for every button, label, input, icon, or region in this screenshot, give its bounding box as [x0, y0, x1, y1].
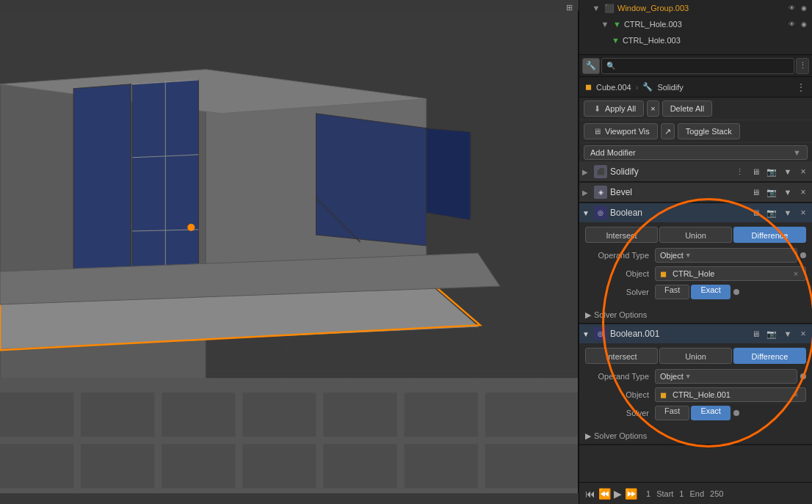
wrench-tool-btn[interactable]: 🔧 [582, 58, 600, 74]
add-modifier-row: Add Modifier ▼ [579, 143, 812, 162]
solidify-close-btn[interactable]: × [797, 166, 809, 178]
solidify-screen-icon[interactable]: 🖥 [749, 165, 762, 178]
start-frame-value[interactable]: 1 [679, 489, 684, 498]
solidify-filter-icon[interactable]: ⋮ [733, 165, 746, 178]
bool2-solver-row: Solver Fast Exact [585, 405, 806, 421]
breadcrumb-extra-btn[interactable]: ⋮ [796, 81, 806, 93]
bool2-intersect-btn[interactable]: Intersect [585, 348, 658, 364]
modifier-solidify-header[interactable]: ▶ ⬛ Solidify ⋮ 🖥 📷 ▼ × [579, 162, 812, 181]
modifier-boolean-1-header[interactable]: ▼ ◎ Boolean 🖥 📷 ▼ × [579, 203, 812, 222]
jump-start-btn[interactable]: ⏮ [585, 488, 595, 500]
bool2-object-clear-btn[interactable]: × [791, 390, 801, 400]
bool1-solver-dot [733, 289, 739, 295]
bool2-union-btn[interactable]: Union [659, 348, 732, 364]
extra-options-btn[interactable]: ⋮ [796, 58, 809, 74]
boolean1-header-icons: 🖥 📷 ▼ × [749, 206, 809, 219]
bool2-dropdown-icon[interactable]: ▼ [781, 327, 794, 340]
toggle-stack-btn[interactable]: Toggle Stack [678, 123, 740, 139]
export-viewport-btn[interactable]: ↗ [661, 123, 675, 139]
bool2-object-row: Object ◼ CTRL_Hole.001 × [585, 387, 806, 403]
viewport-icon-2[interactable]: 👁 [786, 19, 797, 29]
bool1-operand-value[interactable]: Object ▼ [655, 248, 797, 263]
render-icon-2[interactable]: ◉ [799, 19, 809, 29]
modifier-boolean-2-header[interactable]: ▼ ◎ Boolean.001 🖥 📷 ▼ × [579, 324, 812, 343]
bool1-exact-btn[interactable]: Exact [691, 285, 731, 299]
bevel-close-btn[interactable]: × [797, 186, 809, 198]
outliner-item-window-group[interactable]: ▼ ⬛ Window_Group.003 👁 ◉ [579, 0, 812, 16]
expand-arrow-icon: ▼ [591, 3, 601, 13]
add-modifier-btn[interactable]: Add Modifier ▼ [584, 145, 808, 160]
action-buttons-row: ⬇ Apply All × Delete All [579, 98, 812, 120]
monitor-icon: 🖥 [592, 126, 602, 136]
delete-all-btn[interactable]: Delete All [662, 101, 712, 117]
bool2-fast-btn[interactable]: Fast [655, 406, 689, 420]
svg-rect-34 [0, 392, 73, 437]
bool2-difference-btn[interactable]: Difference [733, 348, 806, 364]
viewport-vis-btn[interactable]: 🖥 Viewport Vis [584, 123, 658, 139]
bool1-solver-options-row[interactable]: ▶ Solver Options [579, 307, 812, 323]
bool1-intersect-btn[interactable]: Intersect [585, 227, 658, 243]
outliner-item-label-3: CTRL_Hole.003 [623, 36, 809, 45]
bool1-object-row: Object ◼ CTRL_Hole × [585, 266, 806, 282]
search-box[interactable]: 🔍 [601, 58, 794, 74]
bool1-union-btn[interactable]: Union [659, 227, 732, 243]
play-btn[interactable]: ▶ [614, 488, 622, 500]
bool1-difference-btn[interactable]: Difference [733, 227, 806, 243]
breadcrumb-object-name[interactable]: Cube.004 [596, 83, 631, 92]
bevel-header-icons: 🖥 📷 ▼ × [749, 186, 809, 199]
bool2-camera-icon[interactable]: 📷 [765, 327, 778, 340]
bool1-close-btn[interactable]: × [797, 207, 809, 219]
bool1-type-row: Intersect Union Difference [585, 227, 806, 243]
viewport-3d[interactable]: ⊞ [0, 0, 579, 504]
svg-rect-37 [242, 392, 316, 437]
bool1-dropdown-icon[interactable]: ▼ [781, 206, 794, 219]
bool2-solver-btns: Fast Exact [655, 406, 731, 420]
timeline-bar: ⏮ ⏪ ▶ ⏩ 1 Start 1 End 250 [579, 482, 812, 504]
operand-dropdown-icon: ▼ [685, 252, 692, 259]
breadcrumb-separator: › [636, 83, 639, 92]
solidify-name: Solidify [610, 167, 730, 177]
boolean2-name: Boolean.001 [610, 329, 746, 339]
bool1-object-label: Object [585, 269, 655, 278]
modifier-boolean-2: ▼ ◎ Boolean.001 🖥 📷 ▼ × Intersect Union [579, 324, 812, 445]
prev-frame-btn[interactable]: ⏪ [598, 488, 611, 500]
boolean2-body: Intersect Union Difference Operand Type … [579, 343, 812, 428]
bool1-camera-icon[interactable]: 📷 [765, 206, 778, 219]
bool1-fast-btn[interactable]: Fast [655, 285, 689, 299]
expand-arrow-icon-2: ▼ [600, 19, 610, 29]
boolean2-header-icons: 🖥 📷 ▼ × [749, 327, 809, 340]
close-apply-all-btn[interactable]: × [647, 101, 659, 117]
bool1-screen-icon[interactable]: 🖥 [749, 206, 762, 219]
bevel-camera-icon[interactable]: 📷 [765, 186, 778, 199]
outliner-item-ctrl-hole-003-parent[interactable]: ▼ ▼ CTRL_Hole.003 👁 ◉ [579, 16, 812, 32]
bool1-object-value[interactable]: ◼ CTRL_Hole × [655, 266, 806, 281]
timeline-info: 1 Start 1 End 250 [646, 489, 723, 498]
apply-all-btn[interactable]: ⬇ Apply All [584, 101, 644, 117]
bool2-solver-dot [733, 410, 739, 416]
solidify-header-icons: ⋮ 🖥 📷 ▼ × [733, 165, 809, 178]
bool2-object-label: Object [585, 390, 655, 399]
bool2-object-name: CTRL_Hole.001 [673, 390, 731, 399]
bevel-dropdown-icon[interactable]: ▼ [781, 186, 794, 199]
dropdown-arrow-icon: ▼ [793, 148, 801, 157]
solidify-dropdown-icon[interactable]: ▼ [781, 165, 794, 178]
bool1-object-clear-btn[interactable]: × [791, 269, 801, 279]
viewport-icon[interactable]: 👁 [786, 3, 797, 13]
bool2-operand-value[interactable]: Object ▼ [655, 369, 797, 384]
bool2-solver-options-row[interactable]: ▶ Solver Options [579, 428, 812, 444]
bool2-exact-btn[interactable]: Exact [691, 406, 731, 420]
end-frame-value[interactable]: 250 [710, 489, 723, 498]
bool2-screen-icon[interactable]: 🖥 [749, 327, 762, 340]
modifier-bevel-header[interactable]: ▶ ◈ Bevel 🖥 📷 ▼ × [579, 183, 812, 202]
boolean1-body: Intersect Union Difference Operand Type … [579, 222, 812, 307]
bool2-close-btn[interactable]: × [797, 328, 809, 340]
breadcrumb-modifier-name[interactable]: Solidify [657, 83, 683, 92]
bool2-object-value[interactable]: ◼ CTRL_Hole.001 × [655, 387, 806, 402]
bevel-screen-icon[interactable]: 🖥 [749, 186, 762, 199]
boolean2-icon-box: ◎ [594, 327, 607, 340]
outliner-item-ctrl-hole-003-child[interactable]: ▼ CTRL_Hole.003 [579, 32, 812, 48]
current-frame-value[interactable]: 1 [646, 489, 650, 498]
render-icon[interactable]: ◉ [799, 3, 809, 13]
solidify-camera-icon[interactable]: 📷 [765, 165, 778, 178]
next-frame-btn[interactable]: ⏩ [625, 488, 637, 500]
